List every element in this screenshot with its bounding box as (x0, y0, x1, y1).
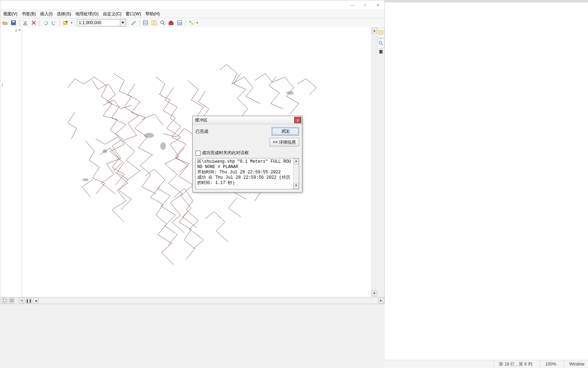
separator (139, 20, 140, 26)
menu-window[interactable]: 窗口(W) (123, 10, 143, 18)
window-maximize-button[interactable]: □ (359, 1, 372, 9)
status-zoom[interactable]: 100% (540, 360, 556, 368)
dropdown-arrow-icon[interactable]: ▼ (196, 21, 199, 25)
panel-close-button[interactable]: ✕ (18, 28, 21, 32)
catalog-tab[interactable]: 目录 (377, 28, 384, 38)
svg-point-35 (82, 178, 89, 181)
catalog-icon (378, 30, 383, 35)
close-on-success-checkbox[interactable] (196, 151, 200, 156)
host-status-bar: 第 18 行，第 6 列 100% Window (384, 360, 588, 368)
search-icon (378, 40, 383, 45)
save-icon[interactable] (10, 19, 17, 27)
status-os: Window (564, 360, 584, 368)
buffer-result-dialog: 缓冲区 x 已完成 关闭 << 详细信息 成功完成时关闭此对话框 区\shuiw… (192, 116, 302, 193)
dialog-title-bar[interactable]: 缓冲区 x (193, 116, 302, 124)
redo-icon[interactable] (50, 19, 58, 27)
menu-bar: 视图(V) 书签(B) 插入(I) 选择(S) 地理处理(G) 自定义(C) 窗… (0, 10, 384, 18)
menu-geoprocessing[interactable]: 地理处理(G) (73, 10, 100, 18)
svg-rect-5 (143, 21, 148, 25)
right-dock-tabs: 目录 搜索 (377, 27, 384, 297)
log-scrollbar[interactable]: ▲ ▼ (293, 158, 299, 189)
log-scroll-down-button[interactable]: ▼ (293, 183, 299, 189)
window-minimize-button[interactable]: — (346, 1, 359, 9)
svg-point-33 (103, 150, 108, 153)
standard-toolbar: ▼ py ▼ (0, 18, 384, 28)
dialog-body: 已完成 关闭 << 详细信息 成功完成时关闭此对话框 区\shuiwang.sh… (193, 124, 302, 192)
scroll-down-button[interactable]: ▼ (372, 290, 377, 297)
svg-point-12 (189, 21, 191, 23)
editor-toolbar-icon[interactable] (130, 19, 138, 27)
panel-header-buttons: ▯ ✕ (15, 28, 21, 32)
toc-panel: ▯ ✕ i (0, 27, 22, 297)
search-tab-label: 搜索 (378, 46, 384, 47)
hscroll-left-button[interactable]: ◄ (33, 298, 39, 303)
details-button[interactable]: << 详细信息 (270, 138, 299, 146)
map-vertical-scrollbar[interactable]: ▲ ▼ (371, 27, 377, 297)
host-top-strip (385, 0, 588, 2)
app-status-bar: ⟲ ❚❚ ◄ ► (0, 297, 384, 304)
svg-text:py: py (178, 21, 182, 25)
map-scale-dropdown-button[interactable] (120, 19, 126, 27)
model-builder-icon[interactable] (187, 19, 195, 27)
python-window-icon[interactable]: py (176, 19, 183, 27)
map-scale-input[interactable] (77, 19, 120, 26)
layout-view-button[interactable] (9, 298, 15, 303)
host-background-right (385, 0, 588, 360)
menu-insert[interactable]: 插入(I) (38, 10, 55, 18)
undo-icon[interactable] (42, 19, 49, 27)
catalog-window-icon[interactable] (150, 19, 158, 27)
close-on-success-label: 成功完成时关闭此对话框 (202, 150, 249, 156)
toc-layer-item[interactable]: i (2, 82, 2, 87)
menu-view[interactable]: 视图(V) (1, 10, 20, 18)
separator (39, 20, 40, 26)
title-bar: — □ ✕ (0, 0, 384, 10)
add-data-icon[interactable] (62, 19, 70, 27)
status-cursor-position: 第 18 行，第 6 列 (494, 360, 532, 368)
dialog-status-text: 已完成 (196, 129, 208, 135)
svg-rect-36 (379, 30, 383, 34)
close-on-success-row: 成功完成时关闭此对话框 (196, 150, 299, 156)
svg-rect-1 (12, 21, 15, 22)
messages-log: 区\shuiwang.shp "0.1 Meters" FULL ROUND N… (196, 158, 299, 189)
panel-pin-button[interactable]: ▯ (15, 28, 17, 32)
separator (128, 20, 128, 26)
separator (19, 20, 20, 26)
dialog-close-x-button[interactable]: x (294, 117, 301, 123)
arctoolbox-icon[interactable] (167, 19, 175, 27)
svg-rect-38 (3, 299, 6, 302)
cut-icon[interactable] (21, 19, 29, 27)
svg-point-31 (144, 133, 154, 138)
hscroll-right-button[interactable]: ► (378, 297, 384, 304)
separator (75, 20, 75, 26)
svg-point-34 (286, 91, 293, 95)
separator (185, 20, 186, 26)
search-window-icon[interactable] (159, 19, 166, 27)
window-close-button[interactable]: ✕ (372, 1, 384, 9)
close-button-label: 关闭 (281, 129, 290, 135)
dialog-title-text: 缓冲区 (195, 117, 208, 123)
search-tab[interactable]: 搜索 (377, 39, 384, 49)
refresh-button[interactable]: ⟲ (19, 298, 24, 303)
map-scale-combo[interactable] (77, 19, 126, 27)
menu-bookmarks[interactable]: 书签(B) (20, 10, 38, 18)
separator (60, 20, 60, 26)
delete-icon[interactable] (30, 19, 38, 27)
open-icon[interactable] (1, 19, 9, 27)
menu-help[interactable]: 帮助(H) (143, 10, 162, 18)
data-view-button[interactable] (2, 298, 7, 303)
pause-drawing-button[interactable]: ❚❚ (26, 298, 32, 303)
log-scroll-up-button[interactable]: ▲ (293, 158, 299, 164)
screen: — □ ✕ 视图(V) 书签(B) 插入(I) 选择(S) 地理处理(G) 自定… (0, 0, 588, 368)
catalog-tab-label: 目录 (378, 36, 384, 36)
scroll-track[interactable] (372, 33, 377, 291)
menu-customize[interactable]: 自定义(C) (101, 10, 124, 18)
svg-rect-40 (11, 300, 13, 302)
menu-selection[interactable]: 选择(S) (55, 10, 73, 18)
messages-log-text[interactable]: 区\shuiwang.shp "0.1 Meters" FULL ROUND N… (197, 159, 293, 188)
table-of-contents-icon[interactable] (142, 19, 149, 27)
svg-point-32 (160, 142, 166, 150)
svg-rect-9 (170, 21, 172, 22)
close-button[interactable]: 关闭 (271, 127, 299, 136)
svg-point-37 (379, 41, 382, 44)
dropdown-arrow-icon[interactable]: ▼ (70, 21, 73, 25)
